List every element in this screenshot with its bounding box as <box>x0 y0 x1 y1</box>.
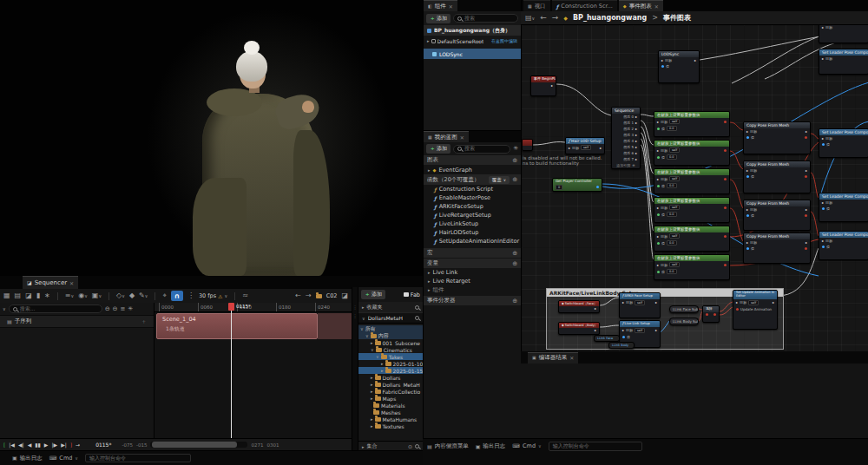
close-icon[interactable]: ✕ <box>569 355 574 361</box>
save-icon[interactable]: ▦ <box>3 292 10 299</box>
view-options-icon[interactable]: ◉∨ <box>78 292 88 299</box>
range-start-bracket-icon[interactable]: [ <box>3 442 5 448</box>
delegate-pin[interactable] <box>724 178 727 180</box>
settings-icon[interactable]: ✳ <box>513 146 518 152</box>
component-row-sceneroot[interactable]: ▸ DefaultSceneRoot 在蓝图中编辑 <box>424 36 521 46</box>
node-set-scalar-param[interactable]: 在材质上设置标量参数值 ▸目标self 值0.0 <box>654 226 730 252</box>
tree-item[interactable]: ▸2025-01-10 <box>358 360 423 367</box>
filter-minus2-icon[interactable]: ⊖ <box>113 306 118 312</box>
node-sub-face[interactable]: LLink Face <box>594 335 620 342</box>
close-icon[interactable]: ✕ <box>69 280 74 286</box>
node-copy-pose[interactable]: Copy Pose From Mesh ▸目标▸ 值 <box>743 232 811 264</box>
node-event-beginplay[interactable]: 事件 BeginPlay ▸ <box>530 75 556 96</box>
object-pin[interactable] <box>661 65 664 68</box>
tree-item[interactable]: ▸FabricCollectio <box>358 388 423 395</box>
delegate-pin[interactable] <box>713 313 716 316</box>
variable-category[interactable]: ▸组件 <box>424 285 521 294</box>
tree-item[interactable]: ∨Takes <box>358 353 423 360</box>
current-frame-field[interactable]: 0115* <box>95 442 111 448</box>
delegate-pin[interactable] <box>805 175 807 178</box>
tab-compiler-results[interactable]: ▣ 编译器结果 ✕ <box>528 352 578 363</box>
fab-button[interactable]: Fab <box>404 291 420 298</box>
section-macros[interactable]: 宏⊕ <box>424 248 521 258</box>
override-dropdown[interactable]: 覆盖∨ <box>489 176 510 184</box>
tree-item[interactable]: ▸Maps <box>358 395 423 402</box>
folder-icon[interactable] <box>316 294 322 298</box>
function-item[interactable]: ƒHairLODSetup <box>424 228 521 237</box>
node-event-switchboard-body[interactable]: ◆ Switchboard（Body） ▸ <box>558 322 600 335</box>
return-pin[interactable] <box>596 186 599 188</box>
tree-item[interactable]: ▸2025-01-15 <box>358 367 423 374</box>
add-blueprint-item-button[interactable]: ＋添加 <box>426 144 450 154</box>
fps-dropdown[interactable]: 30 fps ⚠ ∨ <box>199 292 227 299</box>
tab-construction-script[interactable]: ƒConstruction Scr... <box>552 0 617 11</box>
to-front-button[interactable]: |◀ <box>9 442 15 448</box>
cmd-dropdown[interactable]: ⌨Cmd∨ <box>512 442 541 449</box>
node-darktop[interactable]: LODSync ▸目标▸ 值 <box>658 50 700 83</box>
tree-item[interactable]: ∨Cinematics <box>358 346 423 353</box>
node-copy-pose[interactable]: Copy Pose From Mesh ▸目标▸ 值 <box>743 121 811 154</box>
function-item[interactable]: ƒLiveRetargetSetup <box>424 211 521 219</box>
playback-options-icon[interactable]: ▣∨ <box>92 292 102 299</box>
zoom-scrollbar[interactable] <box>150 442 247 448</box>
delegate-pin[interactable] <box>724 235 727 238</box>
node-set-leader-pose[interactable]: Set Leader Pose Component ▸目标 <box>819 25 868 43</box>
content-drawer-button[interactable]: ▤内容侧滑菜单 <box>427 442 469 450</box>
tree-item[interactable]: ▸MetaHumans <box>358 416 423 422</box>
node-sub-body[interactable]: LLink Body <box>608 342 635 349</box>
node-copy-pose[interactable]: Copy Pose From Mesh ▸目标▸ 值 <box>743 160 811 193</box>
back-icon[interactable]: ← <box>540 14 547 22</box>
play-button[interactable]: ▶ <box>44 442 49 448</box>
section-functions[interactable]: 函数（20个可覆盖） 覆盖∨ ⊕ <box>424 174 521 185</box>
section-variables[interactable]: 变量⊕ <box>424 259 521 268</box>
search-icon[interactable] <box>415 305 419 310</box>
function-item[interactable]: ƒConstruction Script <box>424 185 521 193</box>
tab-my-blueprint[interactable]: ▦ 我的蓝图 ✕ <box>424 131 469 142</box>
next-key-button[interactable]: |▶ <box>51 442 57 448</box>
render-movie-icon[interactable]: ◪ <box>25 292 32 299</box>
settings-icon[interactable]: ✳ <box>128 306 133 312</box>
node-set-leader-pose[interactable]: Set Leader Pose Component ▸目标 <box>819 49 868 75</box>
function-item[interactable]: ƒLiveLinkSetup <box>424 219 521 228</box>
function-item[interactable]: ƒSetUpdateAnimationInEditor <box>424 237 521 246</box>
node-select[interactable]: 选择 <box>702 305 720 323</box>
add-component-button[interactable]: ＋添加 <box>426 14 450 23</box>
node-set-leader-pose[interactable]: Set Leader Pose Component ▸目标 值 <box>819 193 868 222</box>
actions-icon[interactable]: ∗ <box>44 292 50 299</box>
favorites-row[interactable]: ▸ 收藏夹 <box>358 302 423 312</box>
node-set-scalar-param[interactable]: 在材质上设置标量参数值 ▸目标self 值0.0 <box>654 197 730 223</box>
function-item[interactable]: ƒARKitFaceSetup <box>424 202 521 211</box>
component-row-lodsync[interactable]: LODSync <box>424 49 521 59</box>
add-graph-icon[interactable]: ⊕ <box>512 157 517 164</box>
tree-item[interactable]: ▸001_Subscene <box>358 339 423 346</box>
track-row-subsequence[interactable]: ▤ 子序列 ＋ <box>0 315 154 328</box>
eventgraph-item[interactable]: ▸◆EventGraph <box>424 165 521 174</box>
pause-button[interactable]: ▮▮ <box>35 442 41 448</box>
node-get-player-controller[interactable]: Get Player Controller 0 <box>552 178 602 192</box>
node-event-partial[interactable] <box>522 139 533 151</box>
output-log-button[interactable]: ▣输出日志 <box>12 455 43 462</box>
back-icon[interactable]: ← <box>295 292 301 299</box>
node-set-scalar-param[interactable]: 在材质上设置标量参数值 ▸目标self 值0.0 <box>654 111 730 137</box>
auto-key-icon[interactable]: ◆ <box>129 292 135 299</box>
edit-options-icon[interactable]: ✎∨ <box>139 292 148 299</box>
output-log-button[interactable]: ▣输出日志 <box>476 442 506 450</box>
marker-icon[interactable]: ▮ <box>36 292 40 299</box>
delegate-pin[interactable] <box>724 149 727 152</box>
add-dispatcher-icon[interactable]: ⊕ <box>512 298 517 305</box>
playhead-marker[interactable] <box>228 303 234 311</box>
list-icon[interactable]: ≡ <box>120 306 125 312</box>
range-end-bracket-icon[interactable]: ] <box>70 442 72 448</box>
close-icon[interactable]: ✕ <box>449 3 453 10</box>
tab-sequencer[interactable]: ◪ Sequencer ✕ <box>23 276 78 289</box>
loop-icon[interactable]: → <box>76 442 80 448</box>
asset-menu-icon[interactable]: ▤∨ <box>525 15 535 22</box>
refresh-icon[interactable]: ⊙ <box>408 444 412 449</box>
pin-icon[interactable]: ⌖ <box>162 292 167 299</box>
section-graphs[interactable]: 图表⊕ <box>424 155 521 165</box>
components-search-input[interactable]: 搜索 <box>453 14 518 23</box>
search-icon[interactable] <box>415 316 419 320</box>
event-graph-canvas[interactable]: LODSync ▸目标▸ 值 事件 BeginPlay ▸ Sequence 然… <box>521 25 868 351</box>
variable-category[interactable]: ▸Live Retarget <box>424 277 521 285</box>
node-pill-body-subject[interactable]: LLink Body Subj <box>669 318 699 325</box>
